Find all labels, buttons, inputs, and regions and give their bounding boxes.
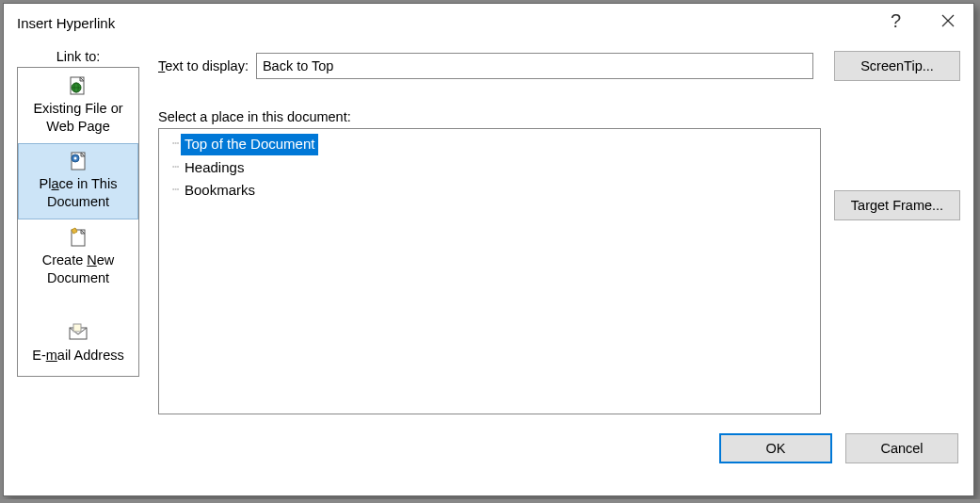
main-body: ┄ Top of the Document ┄ Headings ┄ Bookm…: [158, 128, 960, 414]
tree-connector-icon: ┄: [172, 158, 180, 175]
screentip-button[interactable]: ScreenTip...: [834, 51, 960, 81]
globe-page-icon: [67, 74, 89, 97]
document-places-tree[interactable]: ┄ Top of the Document ┄ Headings ┄ Bookm…: [158, 128, 821, 414]
sidebar-item-email[interactable]: E-mail Address: [18, 295, 138, 376]
sidebar-item-create-new[interactable]: Create NewDocument: [18, 219, 138, 295]
sidebar: Link to: Existing File orWeb Page Place …: [17, 49, 139, 482]
main-panel: Text to display: ScreenTip... Select a p…: [139, 49, 960, 482]
titlebar: Insert Hyperlink ?: [4, 4, 973, 41]
tree-item-bookmarks[interactable]: ┄ Bookmarks: [159, 179, 820, 203]
close-button[interactable]: [922, 4, 973, 38]
help-button[interactable]: ?: [870, 4, 922, 38]
email-icon: [67, 321, 89, 344]
text-to-display-label: Text to display:: [158, 58, 249, 73]
sidebar-item-label: E-mail Address: [32, 347, 124, 365]
right-button-column: Target Frame...: [834, 128, 960, 414]
tree-connector-icon: ┄: [172, 181, 180, 198]
titlebar-buttons: ?: [870, 4, 973, 38]
close-icon: [940, 13, 956, 28]
svg-point-10: [74, 157, 77, 160]
text-to-display-row: Text to display: ScreenTip...: [158, 51, 960, 81]
sidebar-item-label: Existing File orWeb Page: [33, 100, 122, 136]
dialog-title: Insert Hyperlink: [17, 15, 115, 31]
tree-connector-icon: ┄: [172, 135, 180, 152]
sidebar-label: Link to:: [17, 49, 139, 64]
svg-rect-15: [73, 324, 81, 332]
text-to-display-input[interactable]: [256, 53, 813, 79]
sidebar-item-place-in-document[interactable]: Place in ThisDocument: [18, 143, 138, 219]
tree-item-headings[interactable]: ┄ Headings: [159, 156, 820, 180]
insert-hyperlink-dialog: Insert Hyperlink ? Link to: Existing Fil…: [3, 3, 974, 496]
document-target-icon: [67, 150, 89, 172]
new-document-icon: [67, 226, 89, 249]
tree-item-top[interactable]: ┄ Top of the Document: [159, 133, 820, 156]
sidebar-item-label: Create NewDocument: [42, 252, 115, 287]
sidebar-item-existing-file[interactable]: Existing File orWeb Page: [18, 68, 138, 143]
sidebar-item-label: Place in ThisDocument: [40, 175, 118, 211]
sidebar-items: Existing File orWeb Page Place in ThisDo…: [17, 67, 139, 377]
cancel-button[interactable]: Cancel: [845, 433, 958, 463]
target-frame-button[interactable]: Target Frame...: [834, 190, 960, 220]
help-icon: ?: [891, 10, 901, 32]
ok-button[interactable]: OK: [719, 433, 832, 463]
dialog-content: Link to: Existing File orWeb Page Place …: [4, 41, 973, 495]
tree-label: Select a place in this document:: [158, 109, 960, 124]
dialog-footer: OK Cancel: [158, 433, 960, 463]
